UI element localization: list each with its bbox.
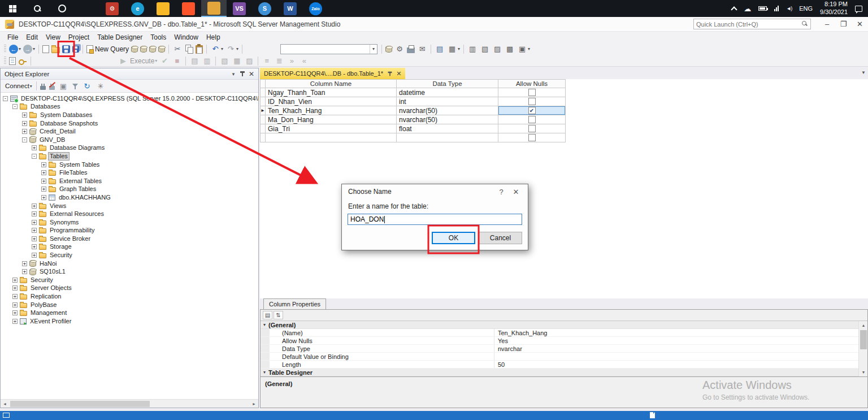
set-primary-key-button[interactable]: [17, 56, 28, 66]
property-value[interactable]: Yes: [494, 337, 858, 344]
property-row-default-value-or-binding[interactable]: Default Value or Binding: [261, 353, 858, 361]
tree-item-filetables[interactable]: +FileTables: [1, 168, 258, 177]
scroll-right-icon[interactable]: ►: [250, 400, 258, 408]
tree-item-tables[interactable]: -Tables: [1, 152, 258, 161]
disconnect-button[interactable]: [48, 82, 56, 90]
expand-icon[interactable]: +: [41, 187, 46, 192]
close-button[interactable]: ✕: [852, 17, 868, 31]
word-app[interactable]: W: [277, 0, 303, 17]
analysis-services-dmx-query-button[interactable]: [148, 45, 157, 53]
print-button[interactable]: [406, 44, 416, 54]
expand-icon[interactable]: +: [32, 228, 37, 233]
scroll-down-icon[interactable]: ▼: [859, 368, 867, 376]
save-button[interactable]: [61, 45, 71, 54]
horizontal-scrollbar[interactable]: ◄ ►: [1, 399, 258, 408]
task-view-button[interactable]: [75, 0, 99, 17]
property-value[interactable]: 50: [494, 361, 858, 368]
scroll-left-icon[interactable]: ◄: [1, 400, 9, 408]
menu-edit[interactable]: Edit: [22, 33, 42, 42]
solution-explorer-button[interactable]: ▨: [491, 44, 504, 55]
tree-item-service-broker[interactable]: +Service Broker: [1, 235, 258, 243]
copy-button[interactable]: [184, 44, 194, 54]
refresh-button[interactable]: ↻: [81, 80, 93, 92]
skype-app[interactable]: S: [252, 0, 277, 17]
collapse-icon[interactable]: -: [3, 96, 8, 101]
indent-button[interactable]: »: [285, 55, 298, 67]
alphabetical-button[interactable]: ⇅: [274, 311, 283, 319]
tree-item-programmability[interactable]: +Programmability: [1, 227, 258, 235]
results-to-text-button[interactable]: ▧: [218, 55, 231, 67]
tree-item-external-resources[interactable]: +External Resources: [1, 210, 258, 218]
column-header-data-type[interactable]: Data Type: [397, 80, 498, 88]
column-header-column-name[interactable]: Column Name: [266, 80, 397, 88]
data-type-cell[interactable]: nvarchar(50): [397, 106, 498, 115]
expand-icon[interactable]: +: [22, 121, 27, 126]
close-panel-button[interactable]: ✕: [247, 70, 256, 78]
row-selector[interactable]: [261, 133, 266, 142]
allow-nulls-cell[interactable]: [498, 133, 566, 142]
expand-icon[interactable]: +: [41, 179, 46, 184]
visual-studio-app[interactable]: VS: [227, 0, 252, 17]
expand-icon[interactable]: +: [22, 269, 27, 274]
data-type-cell[interactable]: int: [397, 97, 498, 106]
open-file-button[interactable]: [50, 45, 61, 54]
collapse-icon[interactable]: -: [22, 137, 27, 142]
expand-icon[interactable]: +: [22, 129, 27, 134]
redo-button[interactable]: ↷▾: [224, 44, 240, 55]
allow-nulls-cell[interactable]: ✔: [498, 106, 566, 115]
collapse-icon[interactable]: -: [12, 104, 18, 109]
tree-item-database-diagrams[interactable]: +Database Diagrams: [1, 144, 258, 153]
expand-icon[interactable]: +: [41, 162, 46, 167]
tree-item-xevent-profiler[interactable]: +XEvent Profiler: [1, 317, 258, 326]
undo-button[interactable]: ↶▾: [209, 44, 224, 55]
column-header-allow-nulls[interactable]: Allow Nulls: [498, 80, 566, 88]
minimize-button[interactable]: –: [819, 17, 835, 31]
help-button[interactable]: ?: [494, 188, 509, 196]
search-button[interactable]: [25, 0, 50, 17]
expand-icon[interactable]: +: [12, 310, 18, 315]
estimated-plan-button[interactable]: ▤: [188, 55, 201, 67]
ok-button[interactable]: OK: [432, 232, 475, 244]
property-row-allow-nulls[interactable]: Allow NullsYes: [261, 337, 858, 345]
expand-icon[interactable]: +: [12, 294, 18, 299]
allow-nulls-checkbox[interactable]: [528, 116, 536, 123]
edge-app[interactable]: e: [125, 0, 150, 17]
bookmark-window-button[interactable]: ▣▾: [516, 44, 531, 55]
live-query-stats-button[interactable]: ▥: [201, 55, 213, 67]
menu-table-designer[interactable]: Table Designer: [93, 33, 146, 42]
parse-button[interactable]: ✔: [158, 55, 171, 67]
cut-button[interactable]: ✂: [171, 44, 184, 55]
brave-app[interactable]: [176, 0, 201, 17]
network-icon[interactable]: [774, 6, 779, 11]
column-name-cell[interactable]: Gia_Tri: [266, 124, 397, 133]
template-explorer-button[interactable]: ▧: [479, 44, 491, 55]
tree-item-server-objects[interactable]: +Server Objects: [1, 284, 258, 293]
scrollbar-track[interactable]: [9, 400, 250, 408]
start-button[interactable]: [0, 0, 25, 17]
menu-window[interactable]: Window: [170, 33, 202, 42]
expand-icon[interactable]: +: [32, 236, 37, 241]
expand-icon[interactable]: +: [12, 285, 18, 291]
collapse-icon[interactable]: -: [32, 154, 37, 159]
column-name-cell[interactable]: [266, 133, 397, 142]
tree-item-security[interactable]: +Security: [1, 276, 258, 284]
allow-nulls-cell[interactable]: [498, 124, 566, 133]
expand-icon[interactable]: +: [41, 195, 46, 200]
zalo-app[interactable]: Zalo: [303, 0, 328, 17]
new-query-button[interactable]: New Query: [85, 45, 130, 54]
window-position-button[interactable]: ▾: [229, 70, 238, 78]
allow-nulls-checkbox[interactable]: [528, 134, 536, 141]
tree-item-desktop-c11qqr4-sqlexpress-sql-server-15[interactable]: -DESKTOP-C11QQR4\SQLEXPRESS (SQL Server …: [1, 94, 258, 103]
file-explorer-app[interactable]: [150, 0, 176, 17]
mail-button[interactable]: ✉: [416, 44, 428, 55]
tree-item-databases[interactable]: -Databases: [1, 103, 258, 111]
data-type-cell[interactable]: nvarchar(50): [397, 115, 498, 124]
expand-icon[interactable]: +: [12, 319, 18, 324]
database-engine-query-button[interactable]: [130, 45, 139, 53]
expand-icon[interactable]: +: [32, 220, 37, 225]
row-selector[interactable]: [261, 115, 266, 124]
xevent-profiler-button[interactable]: ✳: [94, 80, 107, 92]
tree-item-polybase[interactable]: +PolyBase: [1, 301, 258, 309]
expand-icon[interactable]: +: [32, 203, 37, 209]
table-name-input[interactable]: HOA_DON: [348, 214, 522, 225]
